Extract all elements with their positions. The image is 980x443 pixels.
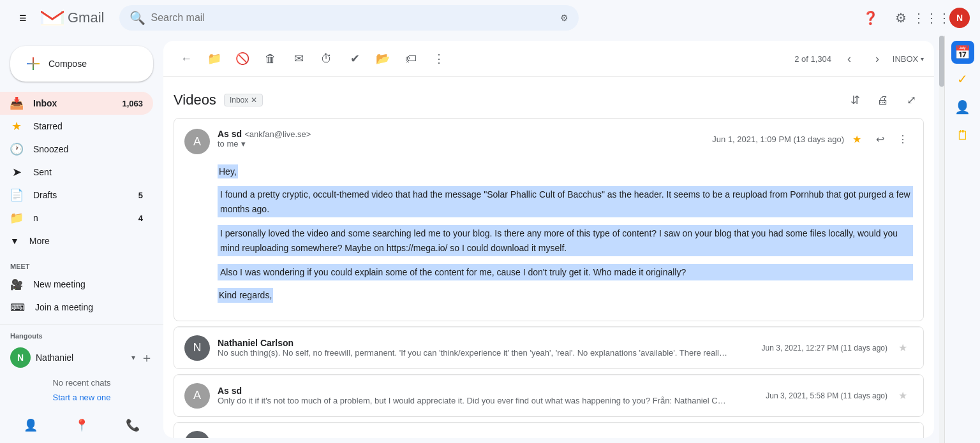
expand-all-button[interactable]: ⇵ — [842, 87, 868, 113]
more-icon: ▼ — [10, 236, 19, 246]
search-bar[interactable]: 🔍 ⚙ — [119, 5, 579, 31]
main-scrollbar[interactable] — [939, 36, 944, 443]
email-message-2[interactable]: N Nathaniel Carlson No such thing(s). No… — [174, 326, 924, 369]
gmail-logo: Gmail — [41, 9, 104, 27]
hamburger-menu[interactable]: ☰ — [10, 5, 36, 31]
thread-toolbar: ← 📁 🚫 🗑 ✉ ⏱ ✔ 📂 🏷 ⋮ 2 of 1,304 ‹ › INBOX… — [163, 41, 934, 77]
archive-button[interactable]: 📁 — [202, 46, 227, 71]
settings-button[interactable]: ⚙ — [888, 5, 914, 31]
hangouts-add-button[interactable]: ＋ — [140, 349, 153, 367]
star-button-4[interactable]: ★ — [893, 433, 913, 438]
user-avatar[interactable]: N — [949, 8, 970, 28]
mark-unread-button[interactable]: ✉ — [286, 46, 311, 71]
drafts-label: Drafts — [33, 190, 128, 200]
body-line-1-0: Hey, — [218, 164, 238, 178]
menu-icon: ☰ — [19, 13, 27, 23]
email-collapsed-2[interactable]: N Nathaniel Carlson No such thing(s). No… — [174, 327, 923, 368]
scrollbar-thumb[interactable] — [939, 36, 944, 87]
inbox-label: Inbox — [33, 98, 112, 108]
sidebar-item-drafts[interactable]: 📄 Drafts 5 — [0, 184, 153, 207]
help-button[interactable]: ❓ — [858, 5, 883, 31]
snooze-button[interactable]: ⏱ — [314, 46, 339, 71]
more-button-1[interactable]: ⋮ — [893, 129, 913, 149]
sidebar-bottom: 👤 📍 📞 — [0, 407, 163, 443]
hangouts-user[interactable]: N Nathaniel ▾ ＋ — [0, 342, 163, 373]
new-window-button[interactable]: ⤢ — [898, 87, 924, 113]
keyboard-icon: ⌨ — [10, 301, 25, 314]
keep-panel-btn[interactable]: 🗒 — [950, 122, 976, 148]
no-recent-label: No recent chats — [0, 373, 163, 393]
join-meeting-item[interactable]: ⌨ Join a meeting — [0, 296, 163, 319]
sent-label: Sent — [33, 167, 143, 177]
to-label-1: to me — [218, 139, 239, 149]
compose-plus-icon — [26, 56, 41, 71]
sent-icon: ➤ — [10, 166, 23, 178]
location-icon-btn[interactable]: 📍 — [69, 412, 94, 438]
gmail-wordmark: Gmail — [68, 10, 104, 26]
done-button[interactable]: ✔ — [342, 46, 368, 71]
collapsed-right-2: Jun 3, 2021, 12:27 PM (11 days ago) ★ — [762, 338, 913, 358]
sidebar-item-snoozed[interactable]: 🕐 Snoozed — [0, 138, 153, 161]
sidebar-item-n[interactable]: 📁 n 4 — [0, 207, 153, 229]
search-filter-icon[interactable]: ⚙ — [560, 13, 568, 23]
inbox-tag-label: Inbox — [230, 96, 248, 105]
sender-email-1: <ankfan@live.se> — [244, 129, 311, 139]
search-input[interactable] — [151, 12, 555, 24]
label-button[interactable]: 🏷 — [398, 46, 424, 71]
people-icon-btn[interactable]: 👤 — [18, 412, 43, 438]
delete-button[interactable]: 🗑 — [258, 46, 283, 71]
email-message-1: A As sd <ankfan@live.se> to me ▾ — [174, 118, 924, 321]
tasks-panel-btn[interactable]: ✓ — [950, 66, 976, 92]
pagination-info: 2 of 1,304 — [794, 54, 831, 64]
star-button-1[interactable]: ★ — [847, 129, 867, 149]
back-button[interactable]: ← — [174, 46, 199, 71]
email-collapsed-3[interactable]: A As sd Only do it if it's not too much … — [174, 375, 923, 416]
email-message-3[interactable]: A As sd Only do it if it's not too much … — [174, 374, 924, 417]
reply-button-1[interactable]: ↩ — [870, 129, 890, 149]
calendar-panel-btn[interactable]: 📅 — [951, 41, 974, 64]
compose-button[interactable]: Compose — [10, 46, 153, 82]
body-line-1-2: I personally loved the video and some se… — [218, 225, 913, 256]
search-icon: 🔍 — [130, 10, 145, 25]
hangouts-label: Hangouts — [0, 330, 163, 342]
split-view-button[interactable]: INBOX — [893, 46, 918, 71]
sidebar-item-sent[interactable]: ➤ Sent — [0, 161, 153, 184]
star-button-3[interactable]: ★ — [893, 386, 913, 406]
prev-email-button[interactable]: ‹ — [836, 46, 862, 71]
sidebar-item-more[interactable]: ▼ More — [0, 229, 163, 252]
inbox-tag-close[interactable]: ✕ — [251, 96, 257, 105]
avatar-3: A — [184, 383, 210, 409]
print-button[interactable]: 🖨 — [870, 87, 896, 113]
move-to-button[interactable]: 📂 — [370, 46, 396, 71]
n-icon: 📁 — [10, 212, 23, 224]
sender-row-1: As sd <ankfan@live.se> — [218, 129, 704, 139]
drafts-icon: 📄 — [10, 189, 23, 201]
sidebar-item-inbox[interactable]: 📥 Inbox 1,063 — [0, 92, 153, 115]
next-email-button[interactable]: › — [865, 46, 890, 71]
inbox-count: 1,063 — [122, 99, 143, 108]
start-new-link[interactable]: Start a new one — [0, 393, 163, 402]
email-meta-1: As sd <ankfan@live.se> to me ▾ — [218, 129, 704, 149]
body-line-1-3: Also I was wondering if you could explai… — [218, 264, 913, 280]
contacts-panel-btn[interactable]: 👤 — [950, 94, 976, 120]
report-spam-button[interactable]: 🚫 — [230, 46, 255, 71]
email-actions-1: Jun 1, 2021, 1:09 PM (13 days ago) ★ ↩ ⋮ — [712, 129, 913, 149]
email-collapsed-4[interactable]: N Nathaniel Carlson Jun 9, 2021, 10:51 A… — [174, 423, 923, 438]
new-meeting-item[interactable]: 🎥 New meeting — [0, 273, 163, 296]
app-header: ☰ Gmail — [0, 0, 980, 36]
phone-icon-btn[interactable]: 📞 — [120, 412, 145, 438]
to-dropdown-1[interactable]: ▾ — [241, 139, 246, 149]
email-message-4[interactable]: N Nathaniel Carlson Jun 9, 2021, 10:51 A… — [174, 422, 924, 438]
body-line-1-4: Kind regards, — [218, 288, 273, 302]
gmail-m-icon — [41, 9, 64, 27]
apps-button[interactable]: ⋮⋮⋮ — [919, 5, 944, 31]
header-right: ❓ ⚙ ⋮⋮⋮ N — [858, 5, 970, 31]
inbox-icon: 📥 — [10, 97, 23, 110]
email-header-1[interactable]: A As sd <ankfan@live.se> to me ▾ — [174, 119, 923, 164]
body-row: Compose 📥 Inbox 1,063 ★ Starred 🕐 Snooze… — [0, 36, 980, 443]
star-button-2[interactable]: ★ — [893, 338, 913, 358]
sidebar-item-starred[interactable]: ★ Starred — [0, 115, 153, 138]
more-options-button[interactable]: ⋮ — [426, 46, 452, 71]
avatar-4: N — [184, 431, 210, 438]
split-view-dropdown[interactable]: ▾ — [921, 55, 924, 62]
